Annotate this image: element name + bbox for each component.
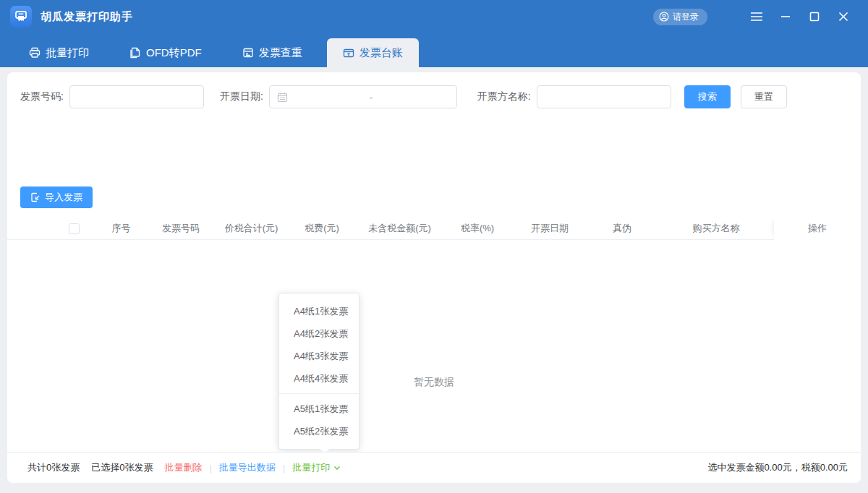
- col-invoice-date: 开票日期: [514, 222, 586, 235]
- user-icon: [659, 12, 669, 22]
- login-label: 请登录: [673, 11, 699, 23]
- col-amount-excl-tax: 未含税金额(元): [358, 222, 441, 235]
- batch-print-button[interactable]: 批量打印: [292, 461, 341, 474]
- tab-label: 发票查重: [259, 46, 302, 60]
- tab-ofd-to-pdf[interactable]: OFD转PDF: [114, 38, 218, 67]
- selection-summary-text: 选中发票金额0.00元，税额0.00元: [707, 461, 848, 474]
- menu-button[interactable]: [742, 6, 771, 27]
- filter-bar: 发票号码: 开票日期: - 开票方名称: 搜索 重置: [7, 85, 861, 108]
- col-actions: 操作: [774, 217, 861, 240]
- menu-item-a4-2[interactable]: A4纸2张发票: [279, 322, 359, 345]
- batch-export-button[interactable]: 批量导出数据: [219, 461, 276, 474]
- doc-check-icon: [242, 47, 254, 59]
- app-logo-icon: [10, 6, 32, 27]
- selected-count-text: 已选择0张发票: [91, 461, 153, 474]
- file-convert-icon: [129, 47, 141, 59]
- select-all-checkbox[interactable]: [69, 223, 80, 234]
- invoice-number-input[interactable]: [69, 85, 204, 108]
- menu-item-a4-1[interactable]: A4纸1张发票: [279, 300, 359, 322]
- login-button[interactable]: 请登录: [653, 9, 707, 25]
- tab-label: 批量打印: [46, 46, 89, 60]
- app-title: 胡瓜发票打印助手: [41, 10, 133, 24]
- batch-delete-button[interactable]: 批量删除: [164, 461, 202, 474]
- close-icon: [838, 11, 849, 22]
- col-authenticity: 真伪: [586, 222, 658, 235]
- tab-invoice-dedupe[interactable]: 发票查重: [226, 38, 318, 67]
- import-button-label: 导入发票: [45, 191, 82, 204]
- invoice-date-label: 开票日期:: [220, 90, 263, 103]
- select-all-cell: [7, 223, 98, 234]
- menu-item-a5-2[interactable]: A5纸2张发票: [279, 420, 359, 442]
- menu-item-a5-1[interactable]: A5纸1张发票: [279, 398, 359, 420]
- import-invoice-button[interactable]: 导入发票: [20, 187, 93, 208]
- status-bar: 共计0张发票 已选择0张发票 批量删除 | 批量导出数据 | 批量打印 选中发票…: [7, 452, 861, 483]
- search-button[interactable]: 搜索: [684, 85, 731, 108]
- main-panel: 发票号码: 开票日期: - 开票方名称: 搜索 重置 导入发票 序号: [7, 72, 861, 483]
- issuer-name-label: 开票方名称:: [477, 90, 531, 103]
- batch-print-menu: A4纸1张发票 A4纸2张发票 A4纸3张发票 A4纸4张发票 A5纸1张发票 …: [278, 293, 359, 450]
- col-total-with-tax: 价税合计(元): [217, 222, 286, 235]
- reset-button[interactable]: 重置: [741, 85, 787, 108]
- invoice-number-label: 发票号码:: [20, 90, 64, 103]
- menu-divider: [279, 393, 359, 394]
- issuer-name-input[interactable]: [537, 85, 671, 108]
- total-count-text: 共计0张发票: [27, 461, 80, 474]
- col-index: 序号: [98, 222, 145, 235]
- menu-item-a4-3[interactable]: A4纸3张发票: [279, 345, 359, 367]
- col-tax: 税费(元): [286, 222, 358, 235]
- col-tax-rate: 税率(%): [441, 222, 514, 235]
- invoice-date-range-input[interactable]: -: [269, 85, 457, 108]
- batch-print-label: 批量打印: [292, 461, 330, 474]
- table-header: 序号 发票号码 价税合计(元) 税费(元) 未含税金额(元) 税率(%) 开票日…: [7, 217, 861, 240]
- chevron-down-icon: [333, 463, 341, 472]
- tab-label: 发票台账: [359, 46, 403, 60]
- maximize-icon: [809, 11, 820, 22]
- maximize-button[interactable]: [800, 6, 829, 27]
- minimize-icon: [780, 12, 791, 22]
- tab-invoice-ledger[interactable]: 发票台账: [327, 38, 419, 67]
- import-icon: [30, 192, 41, 202]
- hamburger-icon: [750, 12, 763, 22]
- tab-label: OFD转PDF: [146, 46, 202, 60]
- col-buyer-name: 购买方名称: [658, 222, 774, 235]
- empty-state-text: 暂无数据: [7, 376, 861, 389]
- tab-batch-print[interactable]: 批量打印: [13, 38, 105, 67]
- tabbar: 批量打印 OFD转PDF 发票查重: [0, 33, 868, 67]
- col-invoice-number: 发票号码: [145, 222, 217, 235]
- calendar-icon: [277, 92, 288, 103]
- titlebar: 胡瓜发票打印助手 请登录: [0, 0, 868, 33]
- close-button[interactable]: [829, 6, 858, 27]
- menu-item-a4-4[interactable]: A4纸4张发票: [279, 367, 359, 390]
- ledger-icon: [343, 47, 354, 59]
- date-range-separator: -: [294, 92, 449, 103]
- printer-icon: [29, 47, 41, 59]
- minimize-button[interactable]: [771, 6, 800, 27]
